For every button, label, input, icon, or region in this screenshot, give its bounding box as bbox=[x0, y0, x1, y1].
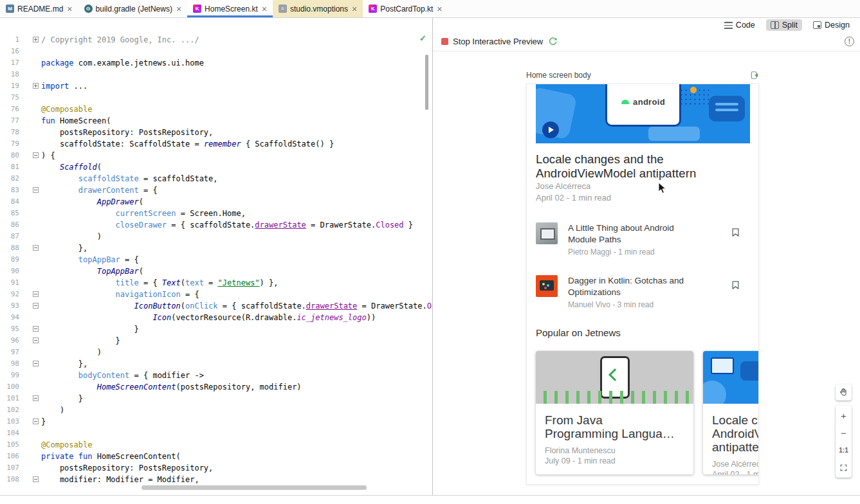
deploy-preview-icon[interactable] bbox=[750, 71, 759, 80]
line-number[interactable]: 85 bbox=[0, 208, 19, 219]
code-line[interactable]: 82 scaffoldState = scaffoldState, bbox=[0, 173, 432, 184]
zoom-to-fit-button[interactable] bbox=[836, 459, 852, 476]
code-editor[interactable]: 1/ Copyright 2019 Google, Inc. .../1617p… bbox=[0, 18, 432, 495]
code-line[interactable]: 103} bbox=[0, 416, 432, 428]
code-line[interactable]: 19import ... bbox=[0, 80, 432, 92]
line-number[interactable]: 100 bbox=[0, 381, 19, 393]
code-line[interactable]: 89 topAppBar = { bbox=[0, 254, 432, 266]
fold-marker-icon[interactable] bbox=[33, 83, 39, 89]
line-number[interactable]: 92 bbox=[0, 289, 19, 300]
popular-card[interactable]: From Java Programming Langua… Florina Mu… bbox=[536, 351, 693, 474]
line-number[interactable]: 84 bbox=[0, 196, 19, 208]
code-line[interactable]: 100 HomeScreenContent(postsRepository, m… bbox=[0, 381, 432, 393]
bookmark-icon[interactable] bbox=[731, 226, 740, 239]
code-line[interactable]: 79 scaffoldState: ScaffoldState = rememb… bbox=[0, 138, 432, 150]
line-number[interactable]: 76 bbox=[0, 104, 19, 115]
code-line[interactable]: 86 closeDrawer = { scaffoldState.drawerS… bbox=[0, 219, 432, 231]
fold-marker-icon[interactable] bbox=[33, 361, 39, 366]
editor-horizontal-scrollbar[interactable] bbox=[142, 485, 367, 490]
code-line[interactable]: 104 bbox=[0, 428, 432, 439]
code-line[interactable]: 94 Icon(vectorResource(R.drawable.ic_jet… bbox=[0, 312, 432, 323]
popular-card[interactable]: Locale changes and the AndroidViewModel … bbox=[703, 351, 759, 474]
line-number[interactable]: 93 bbox=[0, 300, 19, 312]
inspections-ok-icon[interactable]: ✓ bbox=[419, 33, 426, 43]
code-line[interactable]: 106private fun HomeScreenContent( bbox=[0, 451, 432, 462]
fold-marker-icon[interactable] bbox=[33, 326, 39, 332]
line-number[interactable]: 80 bbox=[0, 150, 19, 161]
line-number[interactable]: 105 bbox=[0, 439, 19, 451]
code-line[interactable]: 88 }, bbox=[0, 242, 432, 254]
line-number[interactable]: 1 bbox=[0, 34, 19, 46]
code-line[interactable]: 98 }, bbox=[0, 358, 432, 370]
line-number[interactable]: 81 bbox=[0, 161, 19, 173]
fold-marker-icon[interactable] bbox=[33, 338, 39, 343]
stop-interactive-preview-button[interactable]: Stop Interactive Preview bbox=[441, 37, 543, 46]
close-icon[interactable]: × bbox=[262, 4, 267, 14]
code-line[interactable]: 105@Composable bbox=[0, 439, 432, 451]
line-number[interactable]: 17 bbox=[0, 57, 19, 69]
code-line[interactable]: 1/ Copyright 2019 Google, Inc. .../ bbox=[0, 34, 432, 46]
code-line[interactable]: 91 title = { Text(text = "Jetnews") }, bbox=[0, 277, 432, 289]
line-number[interactable]: 95 bbox=[0, 323, 19, 335]
line-number[interactable]: 98 bbox=[0, 358, 19, 370]
fold-marker-icon[interactable] bbox=[33, 187, 39, 193]
preview-canvas[interactable]: Home screen body bbox=[433, 51, 860, 495]
line-number[interactable]: 90 bbox=[0, 266, 19, 277]
close-icon[interactable]: × bbox=[352, 4, 357, 14]
line-number[interactable]: 75 bbox=[0, 92, 19, 104]
view-mode-split[interactable]: Split bbox=[766, 19, 802, 31]
fold-marker-icon[interactable] bbox=[33, 303, 39, 309]
fold-marker-icon[interactable] bbox=[33, 419, 39, 424]
close-icon[interactable]: × bbox=[437, 4, 442, 14]
line-number[interactable]: 102 bbox=[0, 404, 19, 416]
code-line[interactable]: 78 postsRepository: PostsRepository, bbox=[0, 127, 432, 138]
code-line[interactable]: 17package com.example.jetnews.ui.home bbox=[0, 57, 432, 69]
code-line[interactable]: 80) { bbox=[0, 150, 432, 161]
pan-tool-button[interactable] bbox=[836, 384, 852, 401]
line-number[interactable]: 106 bbox=[0, 451, 19, 462]
zoom-in-button[interactable]: + bbox=[836, 407, 852, 424]
code-line[interactable]: 76@Composable bbox=[0, 104, 432, 115]
code-line[interactable]: 75 bbox=[0, 92, 432, 104]
zoom-out-button[interactable]: − bbox=[836, 424, 852, 442]
code-line[interactable]: 101 } bbox=[0, 393, 432, 404]
fold-marker-icon[interactable] bbox=[33, 291, 39, 297]
design-surface[interactable]: android Locale changes and the AndroidVi… bbox=[526, 84, 759, 485]
article-list-item[interactable]: A Little Thing about Android Module Path… bbox=[536, 222, 749, 275]
line-number[interactable]: 89 bbox=[0, 254, 19, 266]
line-number[interactable]: 88 bbox=[0, 242, 19, 254]
line-number[interactable]: 96 bbox=[0, 335, 19, 346]
code-area[interactable]: 1/ Copyright 2019 Google, Inc. .../1617p… bbox=[0, 18, 432, 485]
code-line[interactable]: 102 ) bbox=[0, 404, 432, 416]
fold-marker-icon[interactable] bbox=[33, 395, 39, 401]
line-number[interactable]: 78 bbox=[0, 127, 19, 138]
hero-article-title[interactable]: Locale changes and the AndroidViewModel … bbox=[536, 152, 729, 181]
hero-article-image[interactable]: android bbox=[536, 84, 750, 143]
tab-studio-vmoptions[interactable]: studio.vmoptions× bbox=[273, 0, 363, 17]
line-number[interactable]: 18 bbox=[0, 69, 19, 80]
line-number[interactable]: 83 bbox=[0, 184, 19, 196]
zoom-actual-size-button[interactable]: 1:1 bbox=[836, 442, 852, 459]
line-number[interactable]: 104 bbox=[0, 428, 19, 439]
line-number[interactable]: 101 bbox=[0, 393, 19, 404]
line-number[interactable]: 99 bbox=[0, 370, 19, 381]
view-mode-code[interactable]: Code bbox=[720, 19, 760, 31]
line-number[interactable]: 91 bbox=[0, 277, 19, 289]
article-list-item[interactable]: Dagger in Kotlin: Gotchas and Optimizati… bbox=[536, 275, 749, 328]
code-line[interactable]: 84 AppDrawer( bbox=[0, 196, 432, 208]
refresh-icon[interactable] bbox=[548, 37, 558, 46]
bookmark-icon[interactable] bbox=[731, 279, 740, 291]
view-mode-design[interactable]: Design bbox=[809, 19, 854, 31]
line-number[interactable]: 94 bbox=[0, 312, 19, 323]
code-line[interactable]: 95 } bbox=[0, 323, 432, 335]
fold-marker-icon[interactable] bbox=[33, 476, 39, 482]
code-line[interactable]: 97 ) bbox=[0, 346, 432, 358]
line-number[interactable]: 97 bbox=[0, 346, 19, 358]
close-icon[interactable]: × bbox=[176, 4, 181, 14]
tab-homescreen-kt[interactable]: HomeScreen.kt× bbox=[187, 0, 273, 17]
tab-readme-md[interactable]: README.md× bbox=[0, 0, 78, 17]
tab-postcardtop-kt[interactable]: PostCardTop.kt× bbox=[363, 0, 448, 17]
code-line[interactable]: 99 bodyContent = { modifier -> bbox=[0, 370, 432, 381]
line-number[interactable]: 107 bbox=[0, 462, 19, 474]
code-line[interactable]: 83 drawerContent = { bbox=[0, 184, 432, 196]
